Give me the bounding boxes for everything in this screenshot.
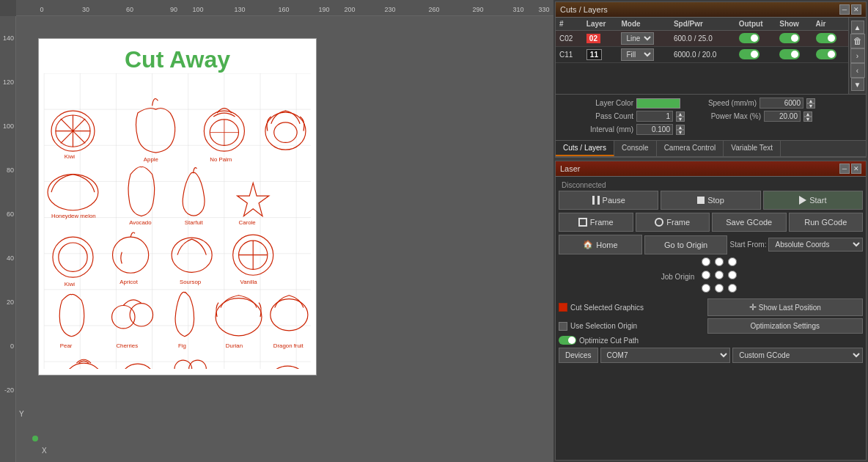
table-row[interactable]: C02 02 Line Fill 600.0 / 25.0: [556, 31, 848, 47]
output-toggle[interactable]: [739, 33, 760, 43]
pass-count-spinner[interactable]: ▲ ▼: [676, 111, 685, 122]
row-show[interactable]: [776, 47, 812, 63]
svg-text:Cherries: Cherries: [116, 342, 138, 349]
frame-button-1[interactable]: Frame: [559, 213, 633, 232]
cut-selected-checkbox[interactable]: [559, 303, 567, 312]
air-toggle[interactable]: [816, 33, 836, 43]
speed-spinner[interactable]: ▲ ▼: [806, 98, 815, 109]
chevron-left-button[interactable]: ‹: [850, 63, 865, 78]
laser-titlebar: Laser ─ ✕: [556, 161, 866, 177]
show-toggle[interactable]: [779, 33, 800, 43]
home-button[interactable]: 🏠 Home: [559, 235, 642, 254]
power-max-down-button[interactable]: ▼: [803, 117, 812, 122]
row-output[interactable]: [735, 47, 776, 63]
goto-origin-button[interactable]: Go to Origin: [644, 235, 728, 254]
svg-text:Vanilla: Vanilla: [240, 279, 258, 285]
optimize-cut-toggle[interactable]: [559, 336, 576, 345]
origin-radio-tc[interactable]: [715, 257, 724, 266]
laser-titlebar-buttons: ─ ✕: [839, 164, 861, 174]
svg-text:Avocado: Avocado: [129, 219, 152, 226]
pass-count-row: Pass Count ▲ ▼ Power Max (%) ▲ ▼: [560, 111, 861, 122]
col-mode: Mode: [617, 18, 669, 31]
chevron-right-button[interactable]: ›: [850, 48, 865, 63]
minimize-button[interactable]: ─: [839, 4, 850, 15]
use-selection-checkbox[interactable]: [559, 322, 567, 331]
svg-point-51: [130, 304, 152, 326]
power-max-label: Power Max (%): [688, 112, 761, 120]
pass-count-up-button[interactable]: ▲: [676, 111, 685, 117]
origin-radio-ml[interactable]: [702, 271, 710, 279]
mode-select[interactable]: Line Fill: [621, 32, 654, 45]
scroll-up-button[interactable]: ▲: [851, 21, 864, 34]
tab-camera-control[interactable]: Camera Control: [657, 141, 724, 156]
origin-radio-tr[interactable]: [728, 257, 737, 266]
canvas-viewport[interactable]: Cut Away: [16, 16, 553, 462]
row-show[interactable]: [776, 31, 812, 47]
layer-table-container: # Layer Mode Spd/Pwr Output Show Air C02: [556, 18, 848, 94]
show-toggle[interactable]: [779, 49, 800, 59]
canvas-title: Cut Away: [39, 39, 316, 73]
row-mode[interactable]: Line Fill: [617, 31, 669, 47]
tab-cuts-layers[interactable]: Cuts / Layers: [556, 141, 614, 156]
row-output[interactable]: [735, 31, 776, 47]
power-max-up-button[interactable]: ▲: [803, 111, 812, 117]
row-mode[interactable]: Fill Line: [617, 47, 669, 63]
laser-close-button[interactable]: ✕: [851, 164, 861, 174]
interval-label: Interval (mm): [560, 125, 633, 133]
interval-up-button[interactable]: ▲: [676, 125, 685, 130]
origin-radio-mr[interactable]: [728, 271, 737, 279]
row-air[interactable]: [812, 47, 848, 63]
svg-text:Starfuit: Starfuit: [185, 219, 204, 226]
show-last-position-button[interactable]: ✛ Show Last Position: [707, 298, 864, 316]
interval-down-button[interactable]: ▼: [676, 130, 685, 135]
origin-radio-bl[interactable]: [702, 284, 710, 293]
y-axis-label: Y: [19, 410, 24, 418]
com-port-select[interactable]: COM7 COM1 COM3: [600, 348, 731, 363]
tab-console[interactable]: Console: [614, 141, 657, 156]
layer-color-row: Layer Color Speed (mm/m) ▲ ▼: [560, 98, 861, 109]
interval-input[interactable]: [636, 124, 673, 135]
cut-selected-row: Cut Selected Graphics ✛ Show Last Positi…: [559, 298, 863, 316]
gcode-type-select[interactable]: Custom GCode GRBL: [732, 348, 863, 363]
run-gcode-button[interactable]: Run GCode: [789, 213, 864, 232]
origin-radio-bc[interactable]: [715, 284, 724, 293]
close-button[interactable]: ✕: [851, 4, 861, 15]
speed-up-button[interactable]: ▲: [806, 98, 815, 103]
optimization-settings-button[interactable]: Optimization Settings: [707, 318, 864, 334]
start-from-select[interactable]: Absolute Coords User Origin Current Posi…: [768, 238, 863, 252]
frame-buttons-row: Frame Frame Save GCode Run GCode: [559, 213, 863, 232]
layer-color-swatch[interactable]: [636, 98, 680, 109]
row-air[interactable]: [812, 31, 848, 47]
svg-text:Apricot: Apricot: [119, 279, 138, 285]
origin-radio-br[interactable]: [728, 284, 737, 293]
tab-variable-text[interactable]: Variable Text: [724, 141, 781, 156]
air-toggle[interactable]: [816, 49, 836, 59]
origin-radio-tl[interactable]: [702, 257, 710, 266]
power-max-input[interactable]: [764, 111, 801, 122]
laser-content: Disconnected Pause Stop Start: [556, 177, 866, 366]
row-layer[interactable]: 02: [583, 31, 618, 47]
speed-down-button[interactable]: ▼: [806, 103, 815, 109]
pause-button[interactable]: Pause: [559, 191, 658, 210]
save-gcode-button[interactable]: Save GCode: [712, 213, 787, 232]
output-toggle[interactable]: [739, 49, 760, 59]
row-layer[interactable]: 11: [583, 47, 618, 63]
scroll-down-button[interactable]: ▼: [851, 78, 864, 91]
speed-input[interactable]: [760, 98, 803, 109]
pass-count-input[interactable]: [636, 111, 673, 122]
pause-icon: [592, 196, 600, 205]
start-button[interactable]: Start: [763, 191, 863, 210]
power-max-spinner[interactable]: ▲ ▼: [803, 111, 812, 122]
table-row[interactable]: C11 11 Fill Line 6000.0 / 20.0: [556, 47, 848, 63]
interval-row: Interval (mm) ▲ ▼: [560, 124, 861, 135]
delete-button[interactable]: 🗑: [850, 34, 865, 48]
pass-count-down-button[interactable]: ▼: [676, 117, 685, 122]
laser-minimize-button[interactable]: ─: [839, 164, 850, 174]
frame-button-2[interactable]: Frame: [636, 213, 710, 232]
devices-button[interactable]: Devices: [559, 348, 598, 363]
stop-button[interactable]: Stop: [661, 191, 760, 210]
svg-point-38: [59, 243, 87, 271]
interval-spinner[interactable]: ▲ ▼: [676, 125, 685, 135]
mode-select[interactable]: Fill Line: [621, 48, 654, 61]
origin-radio-mc[interactable]: [715, 271, 724, 279]
